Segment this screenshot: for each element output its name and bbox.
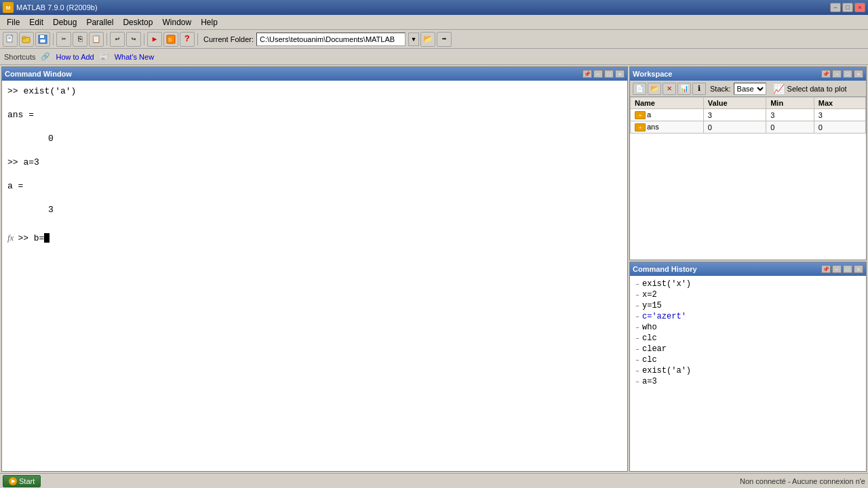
cmd-line-1: >> exist('a') xyxy=(7,86,622,96)
ws-maximize-button[interactable]: □ xyxy=(843,70,852,78)
hist-item-4: – who xyxy=(635,322,861,333)
hist-cmd-7[interactable]: clc xyxy=(642,355,657,365)
toolbar-undo[interactable]: ↩ xyxy=(110,32,125,47)
menu-help[interactable]: Help xyxy=(197,16,222,28)
ws-delete-btn[interactable]: ✕ xyxy=(663,83,676,95)
hist-minimize-button[interactable]: − xyxy=(832,265,842,273)
menu-file[interactable]: File xyxy=(3,16,24,28)
cmd-spacer-6 xyxy=(7,216,622,227)
menu-parallel[interactable]: Parallel xyxy=(82,16,117,28)
whats-new-link[interactable]: What's New xyxy=(115,53,154,61)
ws-new-btn[interactable]: 📄 xyxy=(633,83,646,95)
folder-dropdown[interactable]: ▼ xyxy=(408,33,419,46)
hist-cmd-3[interactable]: c='azert' xyxy=(642,312,686,321)
minimize-button[interactable]: − xyxy=(830,3,841,12)
ws-stack-select[interactable]: Base xyxy=(734,83,766,95)
toolbar-paste[interactable]: 📋 xyxy=(89,32,104,47)
toolbar-new[interactable] xyxy=(3,32,18,47)
hist-close-button[interactable]: × xyxy=(854,265,863,273)
menu-edit[interactable]: Edit xyxy=(25,16,47,28)
hist-item-8: – exist('a') xyxy=(635,365,861,376)
hist-cmd-1[interactable]: x=2 xyxy=(642,290,657,300)
hist-item-0: – exist('x') xyxy=(635,279,861,289)
command-content[interactable]: >> exist('a') ans = 0 >> a=3 a = 3 xyxy=(2,81,627,471)
toolbar-help[interactable]: ? xyxy=(180,32,195,47)
ws-stack-label: Stack: xyxy=(710,85,731,93)
hist-cmd-0[interactable]: exist('x') xyxy=(642,279,691,289)
history-titlebar: Command History 📌 − □ × xyxy=(630,262,866,276)
hist-item-3: – c='azert' xyxy=(635,311,861,322)
cmd-output-ans-label: ans = xyxy=(7,110,622,120)
status-right: Non connecté - Aucune connexion n'e xyxy=(740,477,865,485)
close-button[interactable]: × xyxy=(854,3,865,12)
ws-row-a-value: 3 xyxy=(703,109,766,121)
workspace-controls: 📌 − □ × xyxy=(821,70,863,78)
hist-cmd-4[interactable]: who xyxy=(642,323,657,332)
cmd-output-a-value: 3 xyxy=(48,205,622,215)
ws-minimize-button[interactable]: − xyxy=(832,70,842,78)
toolbar-open[interactable] xyxy=(19,32,34,47)
ws-plot-btn[interactable]: 📊 xyxy=(677,83,691,95)
start-icon: ▶ xyxy=(9,477,17,485)
start-button[interactable]: ▶ Start xyxy=(3,475,41,487)
ws-col-max[interactable]: Max xyxy=(814,98,865,109)
status-bar: ▶ Start Non connecté - Aucune connexion … xyxy=(0,473,868,488)
toolbar-browse-folder[interactable]: 📂 xyxy=(420,32,435,47)
ws-select-data-btn[interactable]: 📈 Select data to plot xyxy=(773,83,847,94)
ws-col-min[interactable]: Min xyxy=(766,98,814,109)
svg-rect-7 xyxy=(40,39,45,43)
ws-row-a-min: 3 xyxy=(766,109,814,121)
how-to-add-link[interactable]: How to Add xyxy=(56,53,94,61)
cmd-prompt-2: >> a=3 xyxy=(7,157,39,167)
toolbar: ✂ ⎘ 📋 ↩ ↪ ▶ S ? Current Folder: ▼ 📂 ➡ xyxy=(0,30,868,49)
workspace-panel: Workspace 📌 − □ × 📄 📂 ✕ 📊 ℹ Stack: Base xyxy=(629,66,867,260)
command-window-title: Command Window xyxy=(5,70,72,78)
app-title: MATLAB 7.9.0 (R2009b) xyxy=(16,3,98,12)
hist-item-9: – a=3 xyxy=(635,376,861,387)
menu-window[interactable]: Window xyxy=(158,16,195,28)
ws-row-a-name: a xyxy=(647,110,651,119)
hist-cmd-6[interactable]: clear xyxy=(642,344,667,354)
ws-col-value[interactable]: Value xyxy=(703,98,766,109)
cw-pin-button[interactable]: 📌 xyxy=(583,70,592,78)
hist-pin-button[interactable]: 📌 xyxy=(821,265,831,273)
ws-row-a-max: 3 xyxy=(814,109,865,121)
hist-cmd-2[interactable]: y=15 xyxy=(642,301,662,310)
maximize-button[interactable]: □ xyxy=(842,3,853,12)
workspace-title: Workspace xyxy=(633,70,673,78)
ws-close-button[interactable]: × xyxy=(854,70,863,78)
cmd-output-ans-value: 0 xyxy=(48,134,622,144)
ws-open-btn[interactable]: 📂 xyxy=(648,83,661,95)
ws-row-ans-value: 0 xyxy=(703,121,766,134)
hist-cmd-9[interactable]: a=3 xyxy=(642,377,657,386)
ws-info-btn[interactable]: ℹ xyxy=(692,83,706,95)
toolbar-run[interactable]: ▶ xyxy=(147,32,162,47)
ws-row-a: +a 3 3 3 xyxy=(631,109,866,121)
hist-maximize-button[interactable]: □ xyxy=(843,265,852,273)
app-icon: M xyxy=(3,2,14,13)
cw-minimize-button[interactable]: − xyxy=(593,70,603,78)
ws-pin-button[interactable]: 📌 xyxy=(821,70,831,78)
shortcuts-bar: Shortcuts 🔗 How to Add 📰 What's New xyxy=(0,49,868,65)
cmd-line-2: >> a=3 xyxy=(7,157,622,167)
toolbar-simulink[interactable]: S xyxy=(163,32,178,47)
fx-icon: fx xyxy=(7,232,14,243)
toolbar-redo[interactable]: ↪ xyxy=(126,32,141,47)
hist-cmd-8[interactable]: exist('a') xyxy=(642,366,691,375)
toolbar-save[interactable] xyxy=(35,32,50,47)
hist-cmd-5[interactable]: clc xyxy=(642,333,657,343)
cmd-prompt-1: >> exist('a') xyxy=(7,86,76,96)
toolbar-go-folder[interactable]: ➡ xyxy=(437,32,452,47)
cw-maximize-button[interactable]: □ xyxy=(604,70,614,78)
toolbar-copy[interactable]: ⎘ xyxy=(73,32,87,47)
folder-path-input[interactable] xyxy=(256,33,406,46)
toolbar-sep-2 xyxy=(106,33,107,45)
history-content[interactable]: – exist('x') – x=2 – y=15 – c='azert' – xyxy=(630,276,866,471)
workspace-titlebar: Workspace 📌 − □ × xyxy=(630,67,866,81)
cmd-current-prompt: >> b= xyxy=(18,233,44,243)
ws-col-name[interactable]: Name xyxy=(631,98,704,109)
menu-debug[interactable]: Debug xyxy=(49,16,81,28)
toolbar-cut[interactable]: ✂ xyxy=(56,32,71,47)
cw-close-button[interactable]: × xyxy=(615,70,625,78)
menu-desktop[interactable]: Desktop xyxy=(119,16,157,28)
